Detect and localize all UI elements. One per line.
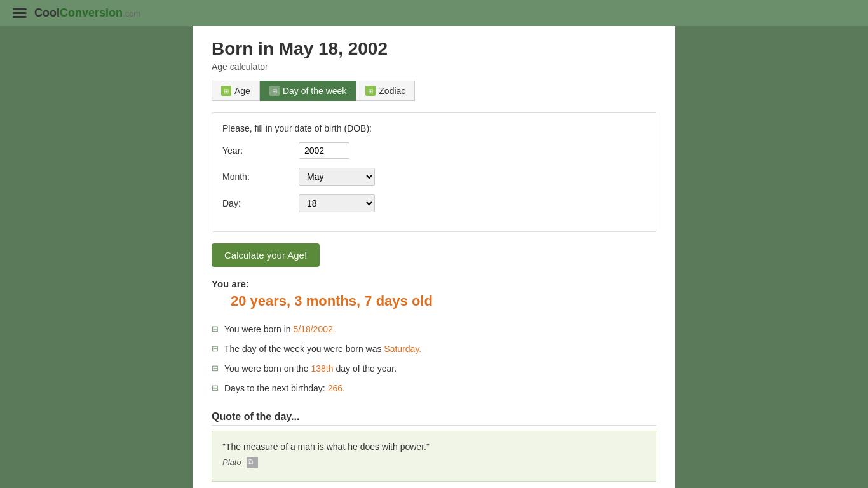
form-intro: Please, fill in your date of birth (DOB)…: [222, 123, 646, 133]
copy-icon[interactable]: [247, 457, 258, 468]
day-of-year-before: You were born on the: [224, 363, 311, 374]
day-of-week-highlight: Saturday.: [384, 344, 421, 354]
days-to-bday-highlight: 266.: [328, 383, 345, 393]
result-list: You were born in 5/18/2002. The day of t…: [212, 320, 656, 398]
brand-com: .com: [123, 9, 140, 18]
menu-icon[interactable]: [13, 8, 27, 18]
quote-attribution: Plato: [222, 457, 646, 468]
day-label: Day:: [222, 198, 299, 208]
brand: CoolConversion.com: [34, 6, 140, 20]
zodiac-tab-icon: ⊞: [365, 86, 376, 96]
result-born-date: You were born in 5/18/2002.: [212, 320, 656, 339]
year-row: Year:: [222, 142, 646, 159]
tabs: ⊞ Age ⊞ Day of the week ⊞ Zodiac: [212, 81, 656, 101]
year-label: Year:: [222, 146, 299, 156]
page-title: Born in May 18, 2002: [212, 39, 656, 59]
tab-age-label: Age: [234, 86, 250, 96]
quote-text: "The measure of a man is what he does wi…: [222, 442, 646, 452]
quote-box: "The measure of a man is what he does wi…: [212, 431, 656, 482]
quote-heading: Quote of the day...: [212, 411, 656, 426]
day-row: Day: 1234 5678 9101112 13141516 17181920…: [222, 194, 646, 212]
result-days-to-birthday: Days to the next birthday: 266.: [212, 379, 656, 398]
day-select[interactable]: 1234 5678 9101112 13141516 17181920 2122…: [299, 194, 375, 212]
year-input[interactable]: [299, 142, 349, 159]
calculate-button[interactable]: Calculate your Age!: [212, 243, 320, 267]
tab-day-of-week[interactable]: ⊞ Day of the week: [260, 81, 356, 101]
tab-zodiac-label: Zodiac: [379, 86, 405, 96]
result-day-of-year: You were born on the 138th day of the ye…: [212, 359, 656, 379]
day-of-year-highlight: 138th: [311, 363, 333, 374]
day-tab-icon: ⊞: [269, 86, 280, 96]
result-day-of-week: The day of the week you were born was Sa…: [212, 339, 656, 359]
header-bar: CoolConversion.com: [0, 0, 868, 26]
you-are-label: You are:: [212, 278, 656, 289]
days-to-bday-before: Days to the next birthday:: [224, 383, 328, 393]
dob-form: Please, fill in your date of birth (DOB)…: [212, 112, 656, 232]
main-container: Born in May 18, 2002 Age calculator ⊞ Ag…: [193, 26, 675, 488]
quote-author: Plato: [222, 458, 241, 467]
tab-zodiac[interactable]: ⊞ Zodiac: [356, 81, 415, 101]
day-of-week-before: The day of the week you were born was: [224, 344, 384, 354]
day-of-year-after: day of the year.: [334, 363, 397, 374]
brand-conversion: Conversion: [60, 6, 123, 19]
month-row: Month: January February March April May …: [222, 168, 646, 186]
brand-cool: Cool: [34, 6, 60, 19]
age-tab-icon: ⊞: [221, 86, 231, 96]
month-label: Month:: [222, 172, 299, 182]
page-subtitle: Age calculator: [212, 62, 656, 72]
month-select[interactable]: January February March April May June Ju…: [299, 168, 375, 186]
tab-age[interactable]: ⊞ Age: [212, 81, 260, 101]
age-result: 20 years, 3 months, 7 days old: [231, 293, 656, 309]
born-date-before: You were born in: [224, 324, 293, 334]
born-date-highlight: 5/18/2002.: [293, 324, 335, 334]
tab-day-label: Day of the week: [283, 86, 346, 96]
